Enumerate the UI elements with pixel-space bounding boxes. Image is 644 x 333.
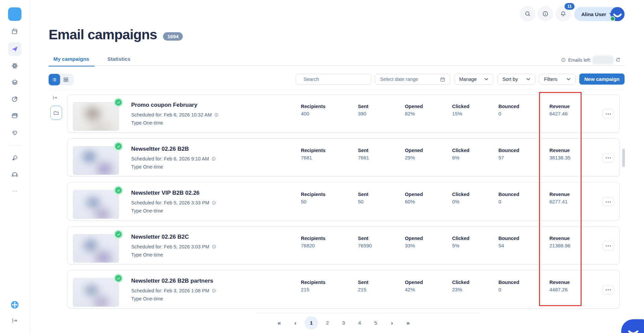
user-menu[interactable]: Alina User xyxy=(574,7,625,21)
stat-clicked: Clicked 5% xyxy=(452,236,470,248)
new-campaign-button[interactable]: New campaign xyxy=(579,74,625,85)
stat-label: Clicked xyxy=(452,192,470,197)
sent-status-badge xyxy=(114,230,123,239)
stat-opened: Opened 42% xyxy=(405,280,423,292)
app-logo[interactable] xyxy=(8,7,21,21)
sidebar-item-integrations[interactable] xyxy=(9,152,21,164)
pagination-page[interactable]: 3 xyxy=(337,316,350,330)
pagination-last[interactable]: » xyxy=(401,316,415,330)
stat-value: 0 xyxy=(498,111,519,116)
campaign-thumbnail[interactable] xyxy=(73,234,119,263)
info-icon xyxy=(212,244,216,249)
toolbar-divider xyxy=(49,89,624,89)
search-input[interactable] xyxy=(303,76,367,82)
stat-label: Opened xyxy=(405,148,423,153)
folders-filter-button[interactable] xyxy=(50,106,62,120)
whats-new-button[interactable] xyxy=(9,299,21,311)
stat-bounced: Bounced 54 xyxy=(498,236,519,248)
sidebar-item-forms[interactable] xyxy=(9,110,21,122)
pagination-page[interactable]: 2 xyxy=(321,316,334,330)
chat-widget-button[interactable] xyxy=(621,319,644,333)
pagination-page[interactable]: 1 xyxy=(305,316,318,330)
sidebar-item-folders[interactable] xyxy=(9,26,21,38)
tab-underline xyxy=(49,65,624,66)
row-menu-button[interactable] xyxy=(602,109,614,118)
campaign-thumbnail[interactable] xyxy=(73,102,119,131)
campaign-thumbnail[interactable] xyxy=(73,190,119,219)
campaign-title[interactable]: Newsletter VIP B2B 02.26 xyxy=(131,190,200,196)
page-title: Email campaigns xyxy=(49,28,157,42)
pagination-next[interactable]: › xyxy=(385,316,398,330)
info-icon xyxy=(211,156,216,161)
sidebar-item-reports[interactable] xyxy=(9,93,21,105)
sidebar xyxy=(0,0,30,333)
chat-smile-icon xyxy=(623,319,643,333)
grid-view-button[interactable] xyxy=(60,74,71,85)
pagination: « ‹ 1 2 3 4 5 › » xyxy=(67,316,620,330)
browser-window-icon xyxy=(11,112,18,120)
campaign-thumbnail[interactable] xyxy=(73,146,119,175)
row-menu-button[interactable] xyxy=(602,197,614,206)
expand-panel-icon xyxy=(52,95,58,100)
stat-bounced: Bounced 57 xyxy=(498,148,519,160)
campaign-title[interactable]: Newsletter 02.26 B2B partners xyxy=(131,278,213,284)
stat-value: 4487.26 xyxy=(549,287,570,292)
sidebar-item-campaigns[interactable] xyxy=(8,42,21,56)
thumbnail-preview xyxy=(73,102,119,131)
stat-label: Sent xyxy=(358,236,372,241)
pagination-page[interactable]: 4 xyxy=(353,316,366,330)
campaign-title[interactable]: Newseltter 02.26 B2B xyxy=(131,146,189,152)
atom-icon xyxy=(11,62,18,69)
expand-panel-button[interactable] xyxy=(52,95,58,101)
row-menu-button[interactable] xyxy=(602,241,614,250)
stat-value: 50 xyxy=(358,199,368,204)
stat-value: 7661 xyxy=(358,155,369,160)
campaign-title[interactable]: Newsletter 02.26 B2C xyxy=(131,234,189,240)
campaign-title[interactable]: Promo coupon February xyxy=(131,102,197,108)
stat-clicked: Clicked 23% xyxy=(452,280,470,292)
search-button[interactable] xyxy=(520,6,535,21)
sidebar-item-support[interactable] xyxy=(9,169,21,181)
pagination-divider xyxy=(256,313,480,313)
row-menu-button[interactable] xyxy=(602,153,614,162)
sort-by-dropdown[interactable]: Sort by xyxy=(497,74,535,85)
stat-recipients: Recipients 50 xyxy=(301,192,325,204)
campaign-row[interactable]: Newsletter VIP B2B 02.26 Scheduled for: … xyxy=(67,182,620,221)
filters-dropdown[interactable]: Filters xyxy=(539,74,576,85)
help-button[interactable] xyxy=(538,6,553,21)
sidebar-item-more[interactable] xyxy=(9,185,21,197)
stat-value: 21388.96 xyxy=(549,243,571,248)
stat-recipients: Recipients 215 xyxy=(301,280,325,292)
scrollbar-thumb[interactable] xyxy=(622,149,625,167)
campaign-row[interactable]: Newsletter 02.26 B2B partners Scheduled … xyxy=(67,270,620,308)
campaign-row[interactable]: Newsletter 02.26 B2C Scheduled for: Feb … xyxy=(67,226,620,265)
campaign-type: Type One-time xyxy=(131,296,163,301)
logout-button[interactable] xyxy=(9,315,21,327)
info-icon xyxy=(561,57,566,62)
stat-opened: Opened 29% xyxy=(405,148,423,160)
list-view-button[interactable] xyxy=(49,74,60,85)
pagination-first[interactable]: « xyxy=(272,316,286,330)
pagination-prev[interactable]: ‹ xyxy=(288,316,302,330)
sidebar-item-loyalty[interactable] xyxy=(9,127,21,139)
date-range-placeholder: Select date range xyxy=(380,77,418,82)
row-menu-button[interactable] xyxy=(602,285,614,294)
stat-label: Recipients xyxy=(301,236,325,241)
list-view-icon xyxy=(51,77,58,83)
campaign-thumbnail[interactable] xyxy=(73,278,119,307)
sidebar-item-automations[interactable] xyxy=(9,60,21,72)
stat-label: Bounced xyxy=(498,104,519,109)
campaign-row[interactable]: Newseltter 02.26 B2B Scheduled for: Feb … xyxy=(67,138,620,177)
pagination-page[interactable]: 5 xyxy=(369,316,382,330)
notification-badge: 11 xyxy=(565,3,575,10)
stat-value: 60% xyxy=(405,199,423,204)
date-range-picker[interactable]: Select date range xyxy=(375,74,450,85)
campaign-scheduled: Scheduled for: Feb 6, 2026 9:10 AM xyxy=(131,156,209,161)
campaign-row[interactable]: Promo coupon February Scheduled for: Feb… xyxy=(67,94,620,133)
refresh-button[interactable] xyxy=(615,57,621,63)
ellipsis-icon xyxy=(606,289,607,290)
manage-dropdown[interactable]: Manage xyxy=(454,74,493,85)
sidebar-item-contacts[interactable] xyxy=(9,76,21,88)
campaign-scheduled: Scheduled for: Feb 3, 2026 1:08 PM xyxy=(131,288,209,293)
stat-label: Bounced xyxy=(498,280,519,285)
